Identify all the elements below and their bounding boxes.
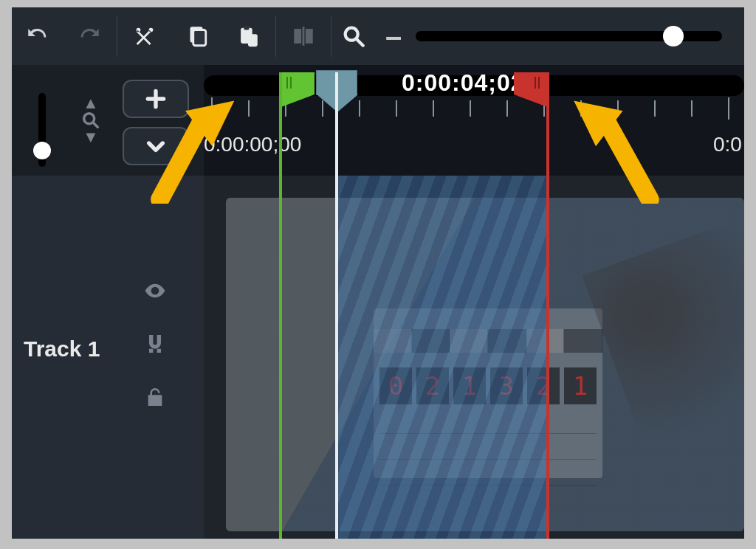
- svg-line-10: [357, 39, 363, 46]
- paste-button[interactable]: [222, 15, 274, 57]
- vertical-zoom-controls[interactable]: ▲ ▼: [72, 80, 109, 161]
- toolbar: –: [12, 7, 744, 65]
- cut-button[interactable]: [119, 15, 171, 57]
- svg-rect-6: [294, 29, 301, 44]
- zoom-slider-thumb[interactable]: [663, 26, 684, 46]
- paste-icon: [236, 24, 261, 49]
- lock-toggle[interactable]: [143, 385, 167, 409]
- lock-icon: [143, 385, 167, 409]
- selection-region: [337, 176, 549, 539]
- arrow-up-icon: ▲: [83, 97, 99, 110]
- ruler-tick-label: 0:00:00;00: [204, 133, 301, 156]
- toolbar-separator: [275, 15, 276, 57]
- arrow-down-icon: ▼: [83, 131, 99, 144]
- copy-icon: [184, 24, 209, 49]
- chevron-down-icon: [144, 134, 168, 158]
- svg-rect-1: [193, 30, 206, 46]
- eye-icon: [143, 279, 167, 303]
- copy-button[interactable]: [171, 15, 222, 57]
- zoom-button[interactable]: [333, 15, 374, 57]
- scissors-icon: [132, 24, 157, 49]
- timeline-area[interactable]: 021321: [204, 176, 744, 539]
- svg-rect-8: [303, 27, 305, 46]
- snap-toggle[interactable]: [143, 332, 167, 356]
- visibility-toggle[interactable]: [143, 279, 167, 303]
- redo-button[interactable]: [63, 15, 115, 57]
- undo-button[interactable]: [12, 15, 63, 57]
- ruler-controls-panel: ▲ ▼: [12, 65, 204, 176]
- magnifier-icon: [341, 24, 366, 49]
- svg-rect-7: [306, 29, 313, 44]
- track-options-button[interactable]: [123, 127, 189, 165]
- redo-icon: [77, 24, 102, 49]
- track-name-label: Track 1: [24, 336, 100, 362]
- svg-rect-4: [244, 26, 249, 30]
- add-track-button[interactable]: [123, 80, 189, 118]
- undo-icon: [25, 24, 50, 49]
- track-header-panel: Track 1: [12, 176, 204, 539]
- plus-icon: [144, 87, 168, 111]
- svg-rect-5: [248, 34, 258, 46]
- svg-line-12: [94, 123, 98, 128]
- magnet-icon: [143, 332, 167, 356]
- vertical-scroll-slider[interactable]: [19, 106, 63, 151]
- toolbar-separator: [331, 15, 331, 57]
- zoom-slider-track[interactable]: [416, 31, 722, 41]
- toolbar-separator: [117, 15, 117, 57]
- zoom-slider[interactable]: –: [379, 15, 729, 57]
- current-timecode: 0:00:04;02: [402, 69, 525, 97]
- editor-frame: – ▲ ▼ 0:00:04;02: [12, 7, 744, 539]
- split-button[interactable]: [278, 15, 329, 57]
- zoom-minus-icon: –: [379, 20, 408, 53]
- ruler-tick-label-right: 0:0: [713, 133, 742, 156]
- split-icon: [291, 24, 316, 49]
